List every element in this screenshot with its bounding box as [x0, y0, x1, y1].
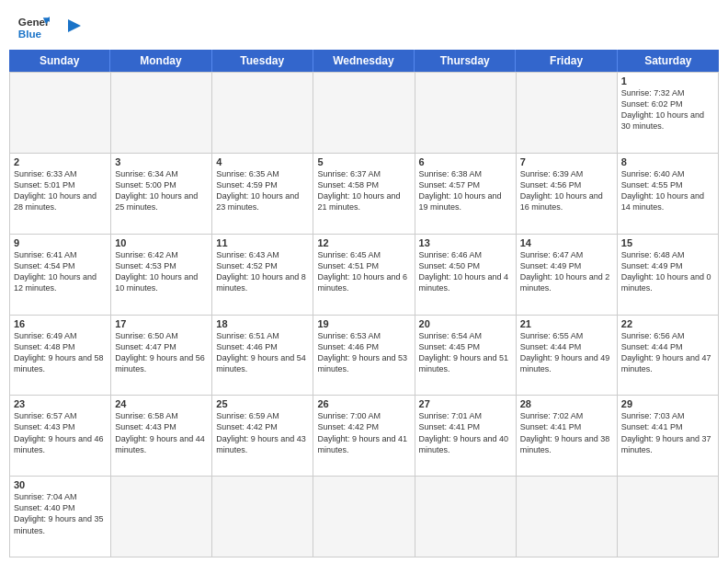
calendar-cell: 22Sunrise: 6:56 AM Sunset: 4:44 PM Dayli…	[618, 316, 719, 396]
calendar-cell	[517, 477, 618, 557]
day-info: Sunrise: 7:32 AM Sunset: 6:02 PM Dayligh…	[621, 87, 714, 132]
calendar-cell: 9Sunrise: 6:41 AM Sunset: 4:54 PM Daylig…	[10, 235, 111, 316]
svg-text:General: General	[18, 16, 50, 28]
day-number: 24	[115, 398, 208, 409]
day-info: Sunrise: 6:43 AM Sunset: 4:52 PM Dayligh…	[216, 249, 309, 294]
day-info: Sunrise: 6:58 AM Sunset: 4:43 PM Dayligh…	[115, 410, 208, 455]
day-info: Sunrise: 6:46 AM Sunset: 4:50 PM Dayligh…	[419, 249, 512, 294]
day-number: 10	[115, 237, 208, 248]
logo-icon: General Blue	[17, 11, 50, 44]
day-number: 14	[520, 237, 613, 248]
day-number: 26	[317, 398, 410, 409]
calendar-cell	[313, 477, 415, 557]
calendar-row-2: 9Sunrise: 6:41 AM Sunset: 4:54 PM Daylig…	[10, 235, 719, 316]
day-number: 15	[621, 237, 714, 248]
day-number: 4	[216, 156, 309, 167]
day-info: Sunrise: 6:40 AM Sunset: 4:55 PM Dayligh…	[621, 168, 714, 213]
calendar-body: 1Sunrise: 7:32 AM Sunset: 6:02 PM Daylig…	[9, 72, 719, 557]
day-info: Sunrise: 6:59 AM Sunset: 4:42 PM Dayligh…	[216, 410, 309, 455]
calendar-row-3: 16Sunrise: 6:49 AM Sunset: 4:48 PM Dayli…	[10, 316, 719, 396]
day-number: 21	[520, 318, 613, 329]
day-info: Sunrise: 6:56 AM Sunset: 4:44 PM Dayligh…	[621, 330, 714, 375]
calendar-row-0: 1Sunrise: 7:32 AM Sunset: 6:02 PM Daylig…	[10, 73, 719, 154]
calendar-header: SundayMondayTuesdayWednesdayThursdayFrid…	[9, 50, 719, 72]
day-info: Sunrise: 6:41 AM Sunset: 4:54 PM Dayligh…	[14, 249, 107, 294]
header-day-thursday: Thursday	[415, 50, 516, 72]
calendar-row-1: 2Sunrise: 6:33 AM Sunset: 5:01 PM Daylig…	[10, 154, 719, 235]
day-info: Sunrise: 6:54 AM Sunset: 4:45 PM Dayligh…	[419, 330, 512, 375]
header-day-friday: Friday	[516, 50, 617, 72]
day-number: 30	[14, 479, 107, 490]
day-info: Sunrise: 6:38 AM Sunset: 4:57 PM Dayligh…	[419, 168, 512, 213]
calendar-cell	[313, 73, 415, 154]
calendar-cell	[618, 477, 719, 557]
logo: General Blue	[17, 11, 83, 44]
calendar-cell: 7Sunrise: 6:39 AM Sunset: 4:56 PM Daylig…	[517, 154, 618, 235]
svg-marker-4	[68, 19, 81, 32]
calendar-cell: 10Sunrise: 6:42 AM Sunset: 4:53 PM Dayli…	[111, 235, 212, 316]
day-number: 11	[216, 237, 309, 248]
day-number: 23	[14, 398, 107, 409]
day-number: 17	[115, 318, 208, 329]
calendar-row-4: 23Sunrise: 6:57 AM Sunset: 4:43 PM Dayli…	[10, 396, 719, 477]
calendar-cell: 23Sunrise: 6:57 AM Sunset: 4:43 PM Dayli…	[10, 396, 111, 477]
calendar: SundayMondayTuesdayWednesdayThursdayFrid…	[9, 50, 719, 557]
day-number: 19	[317, 318, 410, 329]
day-number: 12	[317, 237, 410, 248]
calendar-cell: 5Sunrise: 6:37 AM Sunset: 4:58 PM Daylig…	[313, 154, 415, 235]
day-info: Sunrise: 6:39 AM Sunset: 4:56 PM Dayligh…	[520, 168, 613, 213]
calendar-cell: 28Sunrise: 7:02 AM Sunset: 4:41 PM Dayli…	[517, 396, 618, 477]
day-info: Sunrise: 6:45 AM Sunset: 4:51 PM Dayligh…	[317, 249, 410, 294]
day-info: Sunrise: 7:02 AM Sunset: 4:41 PM Dayligh…	[520, 410, 613, 455]
calendar-cell: 1Sunrise: 7:32 AM Sunset: 6:02 PM Daylig…	[618, 73, 719, 154]
day-info: Sunrise: 6:48 AM Sunset: 4:49 PM Dayligh…	[621, 249, 714, 294]
header-day-saturday: Saturday	[618, 50, 719, 72]
day-info: Sunrise: 6:34 AM Sunset: 5:00 PM Dayligh…	[115, 168, 208, 213]
calendar-cell: 20Sunrise: 6:54 AM Sunset: 4:45 PM Dayli…	[415, 316, 517, 396]
day-info: Sunrise: 6:37 AM Sunset: 4:58 PM Dayligh…	[317, 168, 410, 213]
calendar-cell: 18Sunrise: 6:51 AM Sunset: 4:46 PM Dayli…	[212, 316, 313, 396]
day-info: Sunrise: 6:47 AM Sunset: 4:49 PM Dayligh…	[520, 249, 613, 294]
calendar-cell: 4Sunrise: 6:35 AM Sunset: 4:59 PM Daylig…	[212, 154, 313, 235]
day-number: 13	[419, 237, 512, 248]
calendar-cell: 27Sunrise: 7:01 AM Sunset: 4:41 PM Dayli…	[415, 396, 517, 477]
day-info: Sunrise: 7:00 AM Sunset: 4:42 PM Dayligh…	[317, 410, 410, 455]
calendar-cell: 25Sunrise: 6:59 AM Sunset: 4:42 PM Dayli…	[212, 396, 313, 477]
page: General Blue SundayMondayTuesdayWednesda…	[0, 0, 728, 563]
day-number: 8	[621, 156, 714, 167]
calendar-cell: 30Sunrise: 7:04 AM Sunset: 4:40 PM Dayli…	[10, 477, 111, 557]
day-number: 29	[621, 398, 714, 409]
day-info: Sunrise: 6:35 AM Sunset: 4:59 PM Dayligh…	[216, 168, 309, 213]
calendar-cell	[111, 477, 212, 557]
day-number: 2	[14, 156, 107, 167]
svg-text:Blue: Blue	[18, 28, 42, 40]
day-info: Sunrise: 6:55 AM Sunset: 4:44 PM Dayligh…	[520, 330, 613, 375]
calendar-cell	[212, 477, 313, 557]
day-number: 6	[419, 156, 512, 167]
calendar-cell: 13Sunrise: 6:46 AM Sunset: 4:50 PM Dayli…	[415, 235, 517, 316]
day-number: 22	[621, 318, 714, 329]
calendar-cell: 12Sunrise: 6:45 AM Sunset: 4:51 PM Dayli…	[313, 235, 415, 316]
day-info: Sunrise: 6:49 AM Sunset: 4:48 PM Dayligh…	[14, 330, 107, 375]
calendar-cell	[415, 477, 517, 557]
day-info: Sunrise: 6:51 AM Sunset: 4:46 PM Dayligh…	[216, 330, 309, 375]
calendar-cell	[10, 73, 111, 154]
calendar-cell: 2Sunrise: 6:33 AM Sunset: 5:01 PM Daylig…	[10, 154, 111, 235]
calendar-cell	[212, 73, 313, 154]
calendar-cell: 15Sunrise: 6:48 AM Sunset: 4:49 PM Dayli…	[618, 235, 719, 316]
calendar-cell: 17Sunrise: 6:50 AM Sunset: 4:47 PM Dayli…	[111, 316, 212, 396]
day-number: 5	[317, 156, 410, 167]
day-info: Sunrise: 7:01 AM Sunset: 4:41 PM Dayligh…	[419, 410, 512, 455]
header: General Blue	[0, 0, 728, 50]
day-number: 16	[14, 318, 107, 329]
day-number: 1	[621, 75, 714, 86]
day-info: Sunrise: 7:04 AM Sunset: 4:40 PM Dayligh…	[14, 491, 107, 536]
calendar-cell: 14Sunrise: 6:47 AM Sunset: 4:49 PM Dayli…	[517, 235, 618, 316]
calendar-cell: 19Sunrise: 6:53 AM Sunset: 4:46 PM Dayli…	[313, 316, 415, 396]
day-info: Sunrise: 6:53 AM Sunset: 4:46 PM Dayligh…	[317, 330, 410, 375]
header-day-wednesday: Wednesday	[313, 50, 415, 72]
day-number: 18	[216, 318, 309, 329]
day-number: 7	[520, 156, 613, 167]
day-info: Sunrise: 6:57 AM Sunset: 4:43 PM Dayligh…	[14, 410, 107, 455]
calendar-cell: 24Sunrise: 6:58 AM Sunset: 4:43 PM Dayli…	[111, 396, 212, 477]
